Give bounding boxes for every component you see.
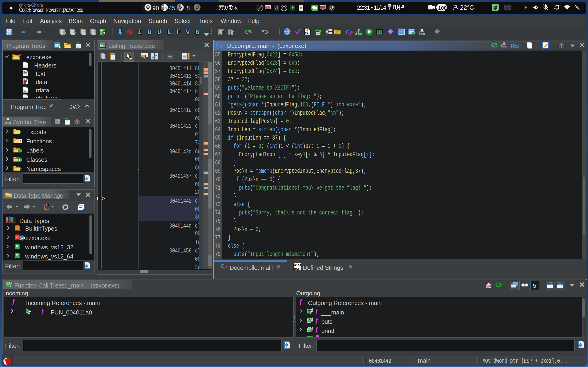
svg-text:DT: DT bbox=[6, 194, 9, 197]
svg-text:C: C bbox=[19, 158, 21, 162]
svg-text:01: 01 bbox=[305, 32, 308, 34]
svg-text:0101: 0101 bbox=[294, 264, 301, 267]
svg-text:DAT: DAT bbox=[294, 267, 300, 271]
svg-text:10: 10 bbox=[305, 29, 308, 32]
svg-text:{}: {} bbox=[18, 167, 22, 171]
svg-text:DT: DT bbox=[335, 31, 338, 34]
